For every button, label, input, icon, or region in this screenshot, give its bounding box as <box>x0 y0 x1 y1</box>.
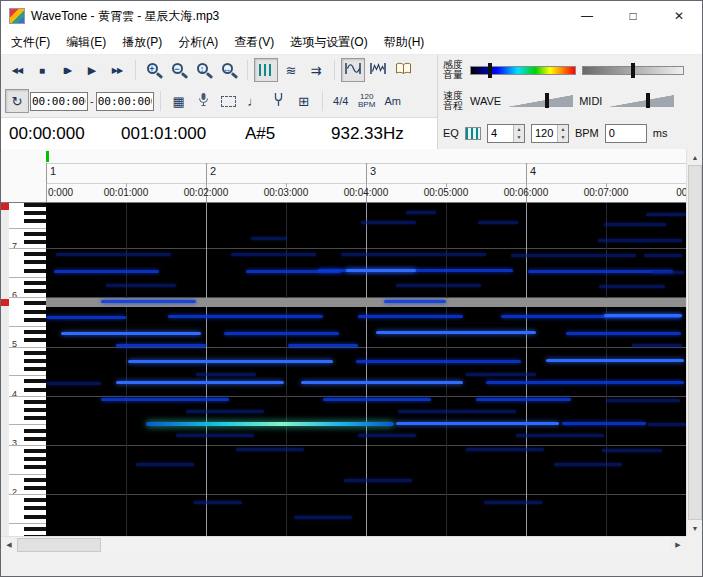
zoom-vertical-button[interactable]: ↕ <box>192 58 216 82</box>
tempo-button[interactable]: 120 BPM <box>354 89 380 113</box>
meter-button[interactable]: 4/4 <box>329 89 353 113</box>
spectrogram-streak <box>396 284 481 287</box>
zoom-out-button[interactable]: − <box>167 58 191 82</box>
ms-input[interactable] <box>605 124 647 143</box>
piano-key-black[interactable] <box>24 416 46 420</box>
maximize-button[interactable]: □ <box>610 1 656 31</box>
zoom-in-button[interactable]: + <box>142 58 166 82</box>
piano-key-black[interactable] <box>24 457 46 461</box>
spectrogram[interactable] <box>46 203 686 536</box>
piano-key-black[interactable] <box>24 232 46 236</box>
piano-key-black[interactable] <box>24 359 46 363</box>
key-button[interactable]: Am <box>381 89 405 113</box>
selection-button[interactable] <box>217 89 241 113</box>
piano-key-black[interactable] <box>24 203 46 207</box>
volume-slider[interactable] <box>582 66 684 75</box>
piano-key-black[interactable] <box>24 269 46 273</box>
shift-display-button[interactable]: ⇉ <box>304 58 328 82</box>
piano-key-black[interactable] <box>24 515 46 519</box>
menu-item[interactable]: 帮助(H) <box>376 31 433 54</box>
piano-key-black[interactable] <box>24 289 46 293</box>
playhead-marker[interactable] <box>46 151 49 162</box>
piano-key-black[interactable] <box>24 351 46 355</box>
play-button[interactable]: ▶ <box>80 58 104 82</box>
piano-key-black[interactable] <box>24 429 46 433</box>
menu-item[interactable]: 选项与设置(O) <box>282 31 375 54</box>
scroll-up-button[interactable]: ▲ <box>687 149 703 165</box>
piano-key-black[interactable] <box>24 437 46 441</box>
piano-key-black[interactable] <box>24 527 46 531</box>
harmonics-display-button[interactable]: ≋ <box>279 58 303 82</box>
pause-button[interactable]: ▮▶ <box>55 58 79 82</box>
piano-keyboard[interactable]: 765432 <box>9 203 46 536</box>
piano-key-black[interactable] <box>24 330 46 334</box>
piano-key-black[interactable] <box>24 408 46 412</box>
piano-key-black[interactable] <box>24 310 46 314</box>
piano-key-black[interactable] <box>24 478 46 482</box>
wave-volume-slider[interactable] <box>507 95 573 107</box>
eq-grid-icon[interactable] <box>465 127 481 140</box>
timeline-ruler[interactable]: 12340:00000:01:00000:02:00000:03:00000:0… <box>1 149 686 203</box>
piano-key-black[interactable] <box>24 486 46 490</box>
bpm-spinner-up-icon[interactable]: ▲ <box>558 125 568 134</box>
close-button[interactable]: ✕ <box>656 1 702 31</box>
minimize-button[interactable]: — <box>564 1 610 31</box>
sensitivity-slider[interactable] <box>470 66 576 75</box>
piano-key-black[interactable] <box>24 379 46 383</box>
note-input-button[interactable]: ♩ <box>242 89 266 113</box>
loop-start-input[interactable] <box>30 92 88 111</box>
horizontal-scrollbar[interactable]: ◀ ▶ <box>1 536 686 552</box>
bpm-spinner[interactable]: 120 ▲ ▼ <box>531 124 569 143</box>
piano-key-black[interactable] <box>24 219 46 223</box>
vertical-scroll-thumb[interactable] <box>688 165 702 520</box>
horizontal-scroll-thumb[interactable] <box>17 538 101 552</box>
piano-key-black[interactable] <box>24 400 46 404</box>
beat-spinner[interactable]: 4 ▲ ▼ <box>487 124 525 143</box>
midi-volume-slider[interactable] <box>608 95 674 107</box>
piano-key-black[interactable] <box>24 498 46 502</box>
piano-key-black[interactable] <box>24 301 46 305</box>
scroll-right-button[interactable]: ▶ <box>670 537 686 553</box>
menu-item[interactable]: 分析(A) <box>170 31 226 54</box>
spectrum-display-button[interactable] <box>366 58 390 82</box>
midi-slider-handle[interactable] <box>646 93 650 108</box>
piano-key-black[interactable] <box>24 260 46 264</box>
piano-key-black[interactable] <box>24 338 46 342</box>
scroll-left-button[interactable]: ◀ <box>1 537 17 553</box>
scroll-down-button[interactable]: ▼ <box>687 520 703 536</box>
bpm-spinner-down-icon[interactable]: ▼ <box>558 133 568 142</box>
microphone-button[interactable] <box>192 89 216 113</box>
piano-key-black[interactable] <box>24 211 46 215</box>
loop-end-input[interactable] <box>96 92 154 111</box>
stop-button[interactable]: ■ <box>30 58 54 82</box>
volume-slider-handle[interactable] <box>631 63 635 78</box>
wave-slider-handle[interactable] <box>545 93 549 108</box>
piano-key-black[interactable] <box>24 240 46 244</box>
piano-key-black[interactable] <box>24 367 46 371</box>
piano-key-black[interactable] <box>24 465 46 469</box>
piano-key-black[interactable] <box>24 388 46 392</box>
menu-item[interactable]: 播放(P) <box>114 31 170 54</box>
grid-display-button[interactable] <box>254 58 278 82</box>
sensitivity-slider-handle[interactable] <box>488 63 492 78</box>
skip-start-button[interactable]: ◀◀ <box>5 58 29 82</box>
vertical-scrollbar[interactable]: ▲ ▼ <box>686 149 702 536</box>
loop-button[interactable]: ↻ <box>5 89 29 113</box>
piano-key-black[interactable] <box>24 318 46 322</box>
zoom-horizontal-button[interactable]: ↔ <box>217 58 241 82</box>
waveform-display-button[interactable] <box>341 58 365 82</box>
notebook-button[interactable] <box>391 58 415 82</box>
tuning-fork-button[interactable] <box>267 89 291 113</box>
table-view-button[interactable]: ⊞ <box>292 89 316 113</box>
piano-roll-button[interactable]: ▦ <box>167 89 191 113</box>
piano-key-black[interactable] <box>24 449 46 453</box>
piano-key-black[interactable] <box>24 252 46 256</box>
menu-item[interactable]: 文件(F) <box>3 31 58 54</box>
menu-item[interactable]: 查看(V) <box>226 31 282 54</box>
piano-key-black[interactable] <box>24 506 46 510</box>
piano-key-black[interactable] <box>24 281 46 285</box>
menu-item[interactable]: 编辑(E) <box>58 31 114 54</box>
beat-spinner-down-icon[interactable]: ▼ <box>514 133 524 142</box>
fast-forward-button[interactable]: ▶▶ <box>105 58 129 82</box>
beat-spinner-up-icon[interactable]: ▲ <box>514 125 524 134</box>
